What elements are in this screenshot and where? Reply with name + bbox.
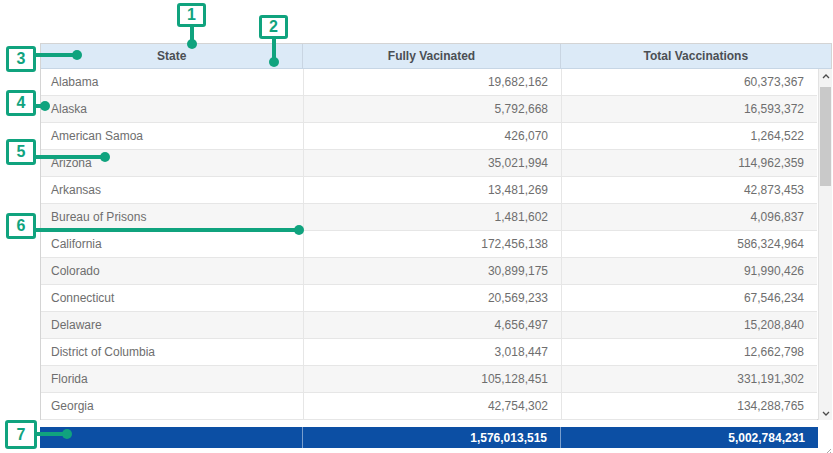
- annotation-connector-5: [35, 155, 103, 159]
- cell-total: 12,662,798: [561, 339, 817, 365]
- table-row[interactable]: Bureau of Prisons1,481,6024,096,837: [41, 204, 817, 231]
- cell-state: Florida: [41, 366, 303, 392]
- table-row[interactable]: California172,456,138586,324,964: [41, 231, 817, 258]
- totals-fully-vaccinated-cell: 1,576,013,515: [302, 427, 560, 448]
- table-row[interactable]: Colorado30,899,17591,990,426: [41, 258, 817, 285]
- annotation-callout-1: 1: [177, 3, 206, 27]
- cell-total: 331,191,302: [561, 366, 817, 392]
- table-row[interactable]: Delaware4,656,49715,208,840: [41, 312, 817, 339]
- cell-total: 114,962,359: [561, 150, 817, 176]
- annotation-connector-1: [190, 26, 194, 40]
- cell-state: Colorado: [41, 258, 303, 284]
- table-row[interactable]: Georgia42,754,302134,288,765: [41, 393, 817, 420]
- annotation-callout-3: 3: [6, 46, 36, 72]
- cell-state: Georgia: [41, 393, 303, 419]
- cell-fully: 30,899,175: [303, 258, 561, 284]
- table-row[interactable]: Florida105,128,451331,191,302: [41, 366, 817, 393]
- column-header-fully-vaccinated[interactable]: Fully Vacinated: [302, 44, 559, 68]
- annotation-connector-2: [272, 38, 276, 58]
- annotation-connector-3: [35, 53, 75, 57]
- annotation-dot-2: [269, 57, 279, 67]
- cell-total: 586,324,964: [561, 231, 817, 257]
- cell-fully: 35,021,994: [303, 150, 561, 176]
- vertical-scrollbar[interactable]: [818, 69, 832, 420]
- cell-state: Delaware: [41, 312, 303, 338]
- annotation-callout-7: 7: [5, 420, 37, 449]
- table-header-row: State Fully Vacinated Total Vaccinations: [41, 44, 831, 69]
- totals-state-cell: [40, 427, 302, 448]
- column-header-total-vaccinations[interactable]: Total Vaccinations: [560, 44, 831, 68]
- table-row[interactable]: Alaska5,792,66816,593,372: [41, 96, 817, 123]
- cell-fully: 172,456,138: [303, 231, 561, 257]
- cell-state: Arizona: [41, 150, 303, 176]
- cell-total: 60,373,367: [561, 69, 817, 95]
- cell-total: 4,096,837: [561, 204, 817, 230]
- cell-fully: 105,128,451: [303, 366, 561, 392]
- totals-total-vaccinations-cell: 5,002,784,231: [560, 427, 818, 448]
- table-row[interactable]: American Samoa426,0701,264,522: [41, 123, 817, 150]
- table-row[interactable]: District of Columbia3,018,44712,662,798: [41, 339, 817, 366]
- cell-fully: 5,792,668: [303, 96, 561, 122]
- scrollbar-thumb[interactable]: [820, 87, 831, 186]
- annotation-dot-4: [40, 101, 50, 111]
- cell-state: Connecticut: [41, 285, 303, 311]
- annotation-connector-6: [35, 228, 297, 232]
- table-row[interactable]: Arizona35,021,994114,962,359: [41, 150, 817, 177]
- cell-fully: 42,754,302: [303, 393, 561, 419]
- cell-state: Alabama: [41, 69, 303, 95]
- cell-fully: 4,656,497: [303, 312, 561, 338]
- cell-total: 15,208,840: [561, 312, 817, 338]
- annotation-dot-6: [294, 225, 304, 235]
- totals-row: 1,576,013,515 5,002,784,231: [40, 427, 818, 448]
- annotation-dot-1: [187, 39, 197, 49]
- cell-total: 67,546,234: [561, 285, 817, 311]
- cell-total: 91,990,426: [561, 258, 817, 284]
- annotation-dot-3: [72, 50, 82, 60]
- cell-total: 16,593,372: [561, 96, 817, 122]
- annotation-callout-5: 5: [6, 139, 36, 165]
- cell-state: Arkansas: [41, 177, 303, 203]
- cell-total: 134,288,765: [561, 393, 817, 419]
- table-body: Alabama19,682,16260,373,367Alaska5,792,6…: [41, 69, 817, 420]
- cell-total: 42,873,453: [561, 177, 817, 203]
- table-row[interactable]: Alabama19,682,16260,373,367: [41, 69, 817, 96]
- annotation-dot-5: [100, 152, 110, 162]
- annotation-callout-2: 2: [259, 15, 288, 39]
- annotation-callout-4: 4: [6, 90, 36, 116]
- annotation-connector-7: [36, 432, 65, 436]
- cell-state: American Samoa: [41, 123, 303, 149]
- cell-state: California: [41, 231, 303, 257]
- resize-grip-icon: [822, 441, 832, 451]
- cell-fully: 19,682,162: [303, 69, 561, 95]
- table-row[interactable]: Arkansas13,481,26942,873,453: [41, 177, 817, 204]
- cell-fully: 426,070: [303, 123, 561, 149]
- dashboard-table-screenshot: State Fully Vacinated Total Vaccinations…: [0, 0, 833, 453]
- scroll-up-icon[interactable]: [819, 69, 832, 83]
- cell-state: District of Columbia: [41, 339, 303, 365]
- cell-fully: 1,481,602: [303, 204, 561, 230]
- scroll-down-icon[interactable]: [819, 406, 832, 420]
- cell-state: Bureau of Prisons: [41, 204, 303, 230]
- annotation-dot-7: [62, 429, 72, 439]
- table-row[interactable]: Connecticut20,569,23367,546,234: [41, 285, 817, 312]
- cell-fully: 13,481,269: [303, 177, 561, 203]
- cell-fully: 3,018,447: [303, 339, 561, 365]
- cell-total: 1,264,522: [561, 123, 817, 149]
- annotation-callout-6: 6: [6, 213, 36, 239]
- cell-fully: 20,569,233: [303, 285, 561, 311]
- cell-state: Alaska: [41, 96, 303, 122]
